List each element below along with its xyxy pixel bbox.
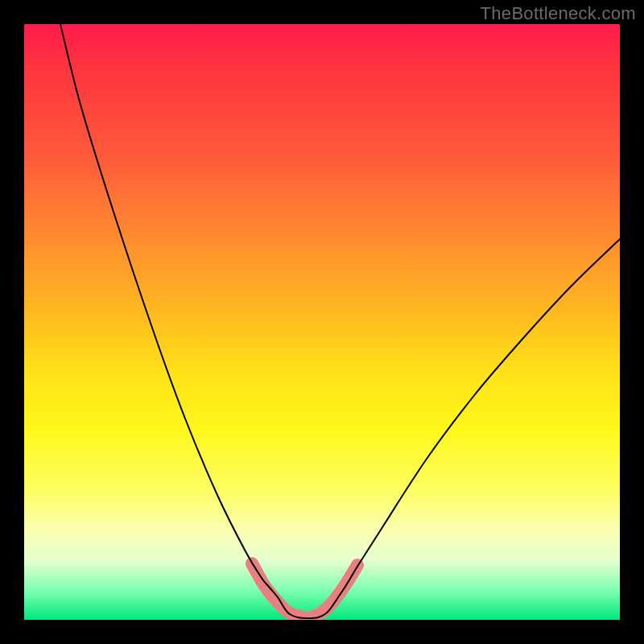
pink-band-left: [252, 564, 302, 617]
chart-frame: TheBottleneck.com: [0, 0, 644, 644]
watermark-text: TheBottleneck.com: [481, 3, 636, 24]
curve-layer: [24, 24, 620, 620]
pink-band-right: [312, 565, 357, 617]
plot-area: [24, 24, 620, 620]
black-curve: [60, 24, 620, 618]
